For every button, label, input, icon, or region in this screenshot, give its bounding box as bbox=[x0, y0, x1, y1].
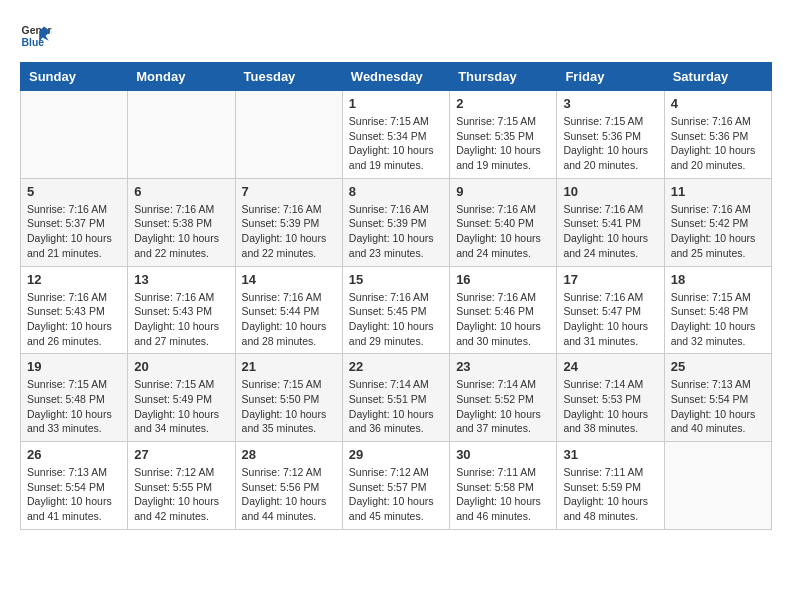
day-info: Sunrise: 7:15 AMSunset: 5:49 PMDaylight:… bbox=[134, 377, 228, 436]
calendar-cell: 14Sunrise: 7:16 AMSunset: 5:44 PMDayligh… bbox=[235, 266, 342, 354]
day-number: 20 bbox=[134, 359, 228, 374]
day-number: 1 bbox=[349, 96, 443, 111]
col-header-sunday: Sunday bbox=[21, 63, 128, 91]
calendar-cell: 12Sunrise: 7:16 AMSunset: 5:43 PMDayligh… bbox=[21, 266, 128, 354]
calendar-week-row: 26Sunrise: 7:13 AMSunset: 5:54 PMDayligh… bbox=[21, 442, 772, 530]
calendar-cell: 7Sunrise: 7:16 AMSunset: 5:39 PMDaylight… bbox=[235, 178, 342, 266]
calendar-cell: 1Sunrise: 7:15 AMSunset: 5:34 PMDaylight… bbox=[342, 91, 449, 179]
day-info: Sunrise: 7:15 AMSunset: 5:34 PMDaylight:… bbox=[349, 114, 443, 173]
day-info: Sunrise: 7:15 AMSunset: 5:36 PMDaylight:… bbox=[563, 114, 657, 173]
day-number: 14 bbox=[242, 272, 336, 287]
day-info: Sunrise: 7:13 AMSunset: 5:54 PMDaylight:… bbox=[27, 465, 121, 524]
calendar-table: SundayMondayTuesdayWednesdayThursdayFrid… bbox=[20, 62, 772, 530]
day-info: Sunrise: 7:12 AMSunset: 5:55 PMDaylight:… bbox=[134, 465, 228, 524]
day-number: 26 bbox=[27, 447, 121, 462]
page-header: General Blue bbox=[20, 20, 772, 52]
day-number: 8 bbox=[349, 184, 443, 199]
col-header-saturday: Saturday bbox=[664, 63, 771, 91]
calendar-cell: 27Sunrise: 7:12 AMSunset: 5:55 PMDayligh… bbox=[128, 442, 235, 530]
day-info: Sunrise: 7:16 AMSunset: 5:38 PMDaylight:… bbox=[134, 202, 228, 261]
day-number: 21 bbox=[242, 359, 336, 374]
calendar-cell bbox=[235, 91, 342, 179]
calendar-cell: 2Sunrise: 7:15 AMSunset: 5:35 PMDaylight… bbox=[450, 91, 557, 179]
calendar-cell bbox=[21, 91, 128, 179]
day-number: 31 bbox=[563, 447, 657, 462]
day-info: Sunrise: 7:12 AMSunset: 5:57 PMDaylight:… bbox=[349, 465, 443, 524]
calendar-cell: 16Sunrise: 7:16 AMSunset: 5:46 PMDayligh… bbox=[450, 266, 557, 354]
calendar-cell: 10Sunrise: 7:16 AMSunset: 5:41 PMDayligh… bbox=[557, 178, 664, 266]
calendar-cell: 23Sunrise: 7:14 AMSunset: 5:52 PMDayligh… bbox=[450, 354, 557, 442]
day-info: Sunrise: 7:15 AMSunset: 5:35 PMDaylight:… bbox=[456, 114, 550, 173]
calendar-cell: 26Sunrise: 7:13 AMSunset: 5:54 PMDayligh… bbox=[21, 442, 128, 530]
col-header-tuesday: Tuesday bbox=[235, 63, 342, 91]
day-info: Sunrise: 7:15 AMSunset: 5:50 PMDaylight:… bbox=[242, 377, 336, 436]
day-number: 12 bbox=[27, 272, 121, 287]
col-header-monday: Monday bbox=[128, 63, 235, 91]
day-number: 7 bbox=[242, 184, 336, 199]
day-info: Sunrise: 7:16 AMSunset: 5:41 PMDaylight:… bbox=[563, 202, 657, 261]
logo: General Blue bbox=[20, 20, 52, 52]
day-info: Sunrise: 7:16 AMSunset: 5:44 PMDaylight:… bbox=[242, 290, 336, 349]
day-info: Sunrise: 7:16 AMSunset: 5:39 PMDaylight:… bbox=[349, 202, 443, 261]
day-number: 6 bbox=[134, 184, 228, 199]
calendar-cell: 20Sunrise: 7:15 AMSunset: 5:49 PMDayligh… bbox=[128, 354, 235, 442]
day-number: 10 bbox=[563, 184, 657, 199]
day-number: 11 bbox=[671, 184, 765, 199]
logo-icon: General Blue bbox=[20, 20, 52, 52]
calendar-cell: 3Sunrise: 7:15 AMSunset: 5:36 PMDaylight… bbox=[557, 91, 664, 179]
day-info: Sunrise: 7:11 AMSunset: 5:58 PMDaylight:… bbox=[456, 465, 550, 524]
day-number: 25 bbox=[671, 359, 765, 374]
calendar-cell: 6Sunrise: 7:16 AMSunset: 5:38 PMDaylight… bbox=[128, 178, 235, 266]
day-info: Sunrise: 7:16 AMSunset: 5:37 PMDaylight:… bbox=[27, 202, 121, 261]
calendar-cell: 4Sunrise: 7:16 AMSunset: 5:36 PMDaylight… bbox=[664, 91, 771, 179]
day-info: Sunrise: 7:16 AMSunset: 5:39 PMDaylight:… bbox=[242, 202, 336, 261]
calendar-cell: 21Sunrise: 7:15 AMSunset: 5:50 PMDayligh… bbox=[235, 354, 342, 442]
calendar-cell: 17Sunrise: 7:16 AMSunset: 5:47 PMDayligh… bbox=[557, 266, 664, 354]
calendar-header-row: SundayMondayTuesdayWednesdayThursdayFrid… bbox=[21, 63, 772, 91]
day-info: Sunrise: 7:16 AMSunset: 5:43 PMDaylight:… bbox=[27, 290, 121, 349]
col-header-wednesday: Wednesday bbox=[342, 63, 449, 91]
day-number: 28 bbox=[242, 447, 336, 462]
day-info: Sunrise: 7:16 AMSunset: 5:40 PMDaylight:… bbox=[456, 202, 550, 261]
calendar-cell: 13Sunrise: 7:16 AMSunset: 5:43 PMDayligh… bbox=[128, 266, 235, 354]
calendar-cell: 24Sunrise: 7:14 AMSunset: 5:53 PMDayligh… bbox=[557, 354, 664, 442]
day-info: Sunrise: 7:15 AMSunset: 5:48 PMDaylight:… bbox=[27, 377, 121, 436]
day-info: Sunrise: 7:16 AMSunset: 5:42 PMDaylight:… bbox=[671, 202, 765, 261]
calendar-cell: 25Sunrise: 7:13 AMSunset: 5:54 PMDayligh… bbox=[664, 354, 771, 442]
day-info: Sunrise: 7:12 AMSunset: 5:56 PMDaylight:… bbox=[242, 465, 336, 524]
day-number: 16 bbox=[456, 272, 550, 287]
day-info: Sunrise: 7:14 AMSunset: 5:52 PMDaylight:… bbox=[456, 377, 550, 436]
calendar-cell: 18Sunrise: 7:15 AMSunset: 5:48 PMDayligh… bbox=[664, 266, 771, 354]
day-number: 18 bbox=[671, 272, 765, 287]
day-number: 5 bbox=[27, 184, 121, 199]
calendar-cell: 11Sunrise: 7:16 AMSunset: 5:42 PMDayligh… bbox=[664, 178, 771, 266]
day-number: 22 bbox=[349, 359, 443, 374]
day-number: 30 bbox=[456, 447, 550, 462]
day-info: Sunrise: 7:16 AMSunset: 5:47 PMDaylight:… bbox=[563, 290, 657, 349]
day-number: 3 bbox=[563, 96, 657, 111]
day-number: 27 bbox=[134, 447, 228, 462]
day-number: 9 bbox=[456, 184, 550, 199]
calendar-week-row: 19Sunrise: 7:15 AMSunset: 5:48 PMDayligh… bbox=[21, 354, 772, 442]
calendar-week-row: 1Sunrise: 7:15 AMSunset: 5:34 PMDaylight… bbox=[21, 91, 772, 179]
day-info: Sunrise: 7:16 AMSunset: 5:45 PMDaylight:… bbox=[349, 290, 443, 349]
day-number: 23 bbox=[456, 359, 550, 374]
col-header-thursday: Thursday bbox=[450, 63, 557, 91]
day-number: 13 bbox=[134, 272, 228, 287]
calendar-cell: 15Sunrise: 7:16 AMSunset: 5:45 PMDayligh… bbox=[342, 266, 449, 354]
calendar-cell: 9Sunrise: 7:16 AMSunset: 5:40 PMDaylight… bbox=[450, 178, 557, 266]
day-info: Sunrise: 7:16 AMSunset: 5:36 PMDaylight:… bbox=[671, 114, 765, 173]
day-number: 24 bbox=[563, 359, 657, 374]
calendar-cell: 8Sunrise: 7:16 AMSunset: 5:39 PMDaylight… bbox=[342, 178, 449, 266]
calendar-cell: 29Sunrise: 7:12 AMSunset: 5:57 PMDayligh… bbox=[342, 442, 449, 530]
day-number: 15 bbox=[349, 272, 443, 287]
day-info: Sunrise: 7:11 AMSunset: 5:59 PMDaylight:… bbox=[563, 465, 657, 524]
col-header-friday: Friday bbox=[557, 63, 664, 91]
day-info: Sunrise: 7:13 AMSunset: 5:54 PMDaylight:… bbox=[671, 377, 765, 436]
calendar-cell bbox=[128, 91, 235, 179]
day-info: Sunrise: 7:14 AMSunset: 5:51 PMDaylight:… bbox=[349, 377, 443, 436]
day-number: 4 bbox=[671, 96, 765, 111]
calendar-cell: 28Sunrise: 7:12 AMSunset: 5:56 PMDayligh… bbox=[235, 442, 342, 530]
day-info: Sunrise: 7:14 AMSunset: 5:53 PMDaylight:… bbox=[563, 377, 657, 436]
day-info: Sunrise: 7:15 AMSunset: 5:48 PMDaylight:… bbox=[671, 290, 765, 349]
